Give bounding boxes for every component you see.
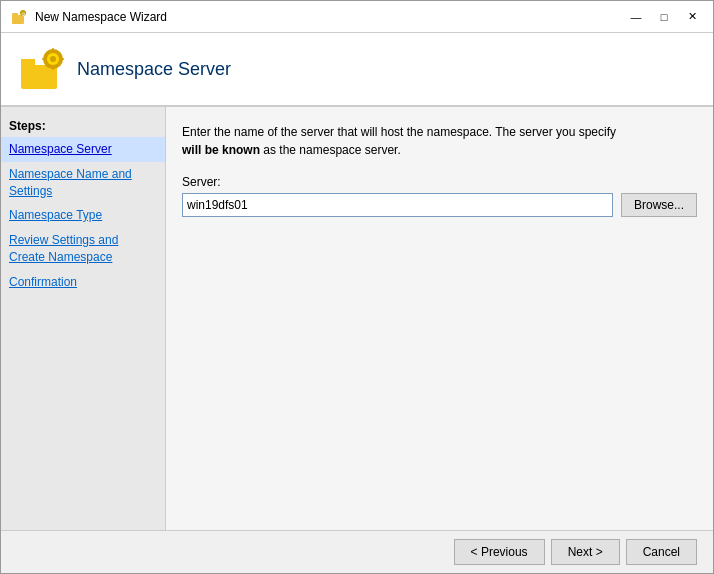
server-field-row: Browse... — [182, 193, 697, 217]
main-content: Enter the name of the server that will h… — [166, 107, 713, 530]
cancel-button[interactable]: Cancel — [626, 539, 697, 565]
maximize-button[interactable]: □ — [651, 6, 677, 28]
window-controls: — □ ✕ — [623, 6, 705, 28]
sidebar-item-namespace-type[interactable]: Namespace Type — [1, 203, 165, 228]
wizard-window: ⚙ New Namespace Wizard — □ ✕ — [0, 0, 714, 574]
wizard-icon — [17, 45, 65, 93]
svg-rect-11 — [42, 58, 46, 60]
next-button[interactable]: Next > — [551, 539, 620, 565]
description-bold: will be known — [182, 143, 260, 157]
server-input[interactable] — [182, 193, 613, 217]
server-label: Server: — [182, 175, 697, 189]
svg-rect-12 — [60, 58, 64, 60]
content-area: Steps: Namespace Server Namespace Name a… — [1, 107, 713, 530]
title-bar: ⚙ New Namespace Wizard — □ ✕ — [1, 1, 713, 33]
window-icon: ⚙ — [9, 7, 29, 27]
svg-rect-9 — [52, 48, 54, 52]
wizard-header: Namespace Server — [1, 33, 713, 107]
sidebar-item-namespace-server[interactable]: Namespace Server — [1, 137, 165, 162]
previous-button[interactable]: < Previous — [454, 539, 545, 565]
close-button[interactable]: ✕ — [679, 6, 705, 28]
sidebar: Steps: Namespace Server Namespace Name a… — [1, 107, 166, 530]
browse-button[interactable]: Browse... — [621, 193, 697, 217]
svg-rect-5 — [21, 59, 35, 67]
sidebar-item-namespace-name[interactable]: Namespace Name and Settings — [1, 162, 165, 204]
page-title: Namespace Server — [77, 59, 231, 80]
description-text: Enter the name of the server that will h… — [182, 123, 697, 159]
sidebar-item-review-settings[interactable]: Review Settings and Create Namespace — [1, 228, 165, 270]
steps-label: Steps: — [1, 115, 165, 137]
svg-rect-1 — [12, 13, 18, 16]
sidebar-item-confirmation[interactable]: Confirmation — [1, 270, 165, 295]
minimize-button[interactable]: — — [623, 6, 649, 28]
svg-rect-10 — [52, 66, 54, 70]
window-title: New Namespace Wizard — [35, 10, 623, 24]
wizard-footer: < Previous Next > Cancel — [1, 530, 713, 573]
svg-point-8 — [50, 56, 56, 62]
